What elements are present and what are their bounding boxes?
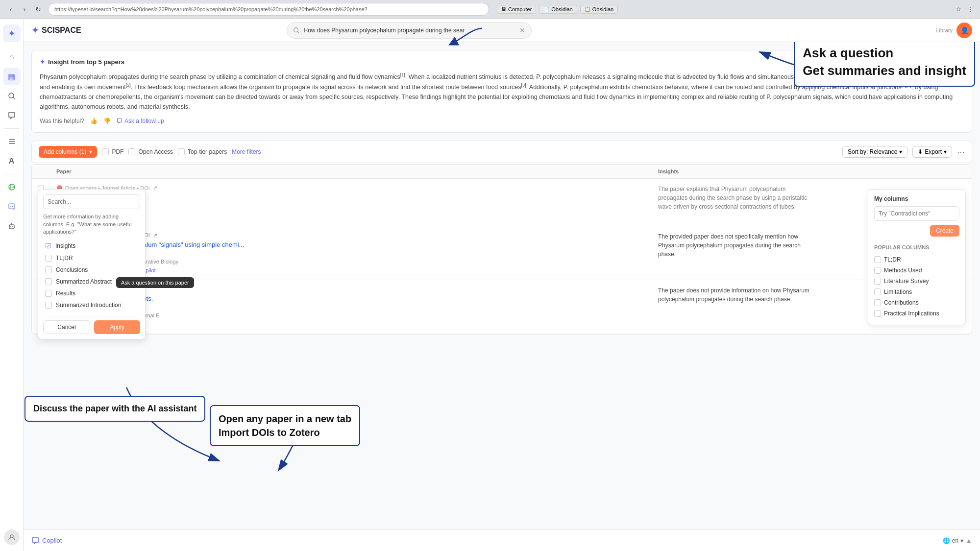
open-access-checkbox[interactable] (128, 148, 135, 155)
pdf-filter[interactable]: PDF (102, 148, 123, 155)
dropdown-summ-intro-label: Summarized Introduction (56, 302, 121, 309)
col-practical-checkbox[interactable] (874, 310, 881, 317)
col-literature-checkbox[interactable] (874, 278, 881, 285)
col-contributions-label: Contributions (884, 299, 919, 306)
user-profile-icon[interactable]: 👤 (956, 23, 972, 38)
computer-tab-icon: 🖥 (501, 6, 506, 12)
insight-text-1: Physarum polycephalum propagates during … (40, 73, 400, 80)
dropdown-conclusions-label: Conclusions (56, 266, 88, 273)
row2-doi-link[interactable]: ↗ (153, 232, 157, 239)
add-columns-button[interactable]: Add columns (1) ▾ (39, 146, 97, 158)
export-button[interactable]: ⬇ Export ▾ (912, 146, 952, 158)
chat-small-icon (117, 118, 122, 124)
main-content: ✦ SCISPACE ✕ Library 👤 ✦ (24, 19, 980, 551)
lang-text: en (952, 537, 958, 544)
thumbs-down-button[interactable]: 👎 (103, 118, 111, 124)
open-paper-box: Open any paper in a new tab Import DOIs … (210, 405, 360, 446)
col-limitations-checkbox[interactable] (874, 288, 881, 295)
open-access-filter[interactable]: Open Access (128, 148, 173, 155)
sort-button[interactable]: Sort by: Relevance ▾ (842, 146, 907, 158)
ask-question-box: Ask a question Get summaries and insight (794, 42, 975, 87)
popular-col-literature[interactable]: Literature Survey (874, 276, 959, 287)
lang-button[interactable]: 🌐 en ▾ (943, 537, 963, 544)
pdf-checkbox[interactable] (102, 148, 109, 155)
logo-text: SCISPACE (42, 26, 81, 35)
summ-intro-checkbox[interactable] (45, 302, 52, 309)
sidebar-item-chat[interactable] (3, 107, 21, 124)
user-avatar[interactable] (4, 529, 20, 545)
sidebar-item-discord[interactable] (3, 198, 21, 216)
row2-insight: The provided paper does not specifically… (658, 232, 815, 259)
dropdown-item-conclusions[interactable]: Conclusions (43, 264, 140, 276)
star-button[interactable]: ☆ (954, 4, 963, 14)
reload-button[interactable]: ↻ (32, 3, 44, 15)
dropdown-item-results[interactable]: Results (43, 287, 140, 299)
url-text: https://typeset.io/search?q=How%20does%2… (54, 6, 368, 12)
scroll-top-button[interactable]: ▲ (965, 537, 972, 545)
dropdown-search-input[interactable] (43, 194, 140, 209)
create-column-button[interactable]: Create (930, 225, 959, 237)
apply-button[interactable]: Apply (94, 320, 140, 334)
popular-col-limitations[interactable]: Limitations (874, 287, 959, 297)
sidebar-item-search[interactable] (3, 87, 21, 105)
table-more-button[interactable]: ⋯ (957, 147, 965, 157)
row3-title[interactable]: Routing Physarum with repellents. (56, 294, 654, 303)
row2-actions: 7 Citations PDF 🔖 " Ask Copilot Ask a qu… (56, 267, 654, 274)
sidebar-item-grid[interactable]: ▦ (3, 68, 21, 85)
popular-col-tldr[interactable]: TL;DR (874, 254, 959, 265)
more-filters-button[interactable]: More filters (232, 148, 261, 155)
sidebar-item-globe[interactable] (3, 178, 21, 196)
discuss-paper-text: Discuss the paper with the AI assistant (33, 404, 196, 413)
ask-question-tooltip: Ask a question on this paper (116, 277, 194, 288)
summ-abstract-checkbox[interactable] (45, 278, 52, 285)
copilot-button[interactable]: Copilot (31, 537, 62, 545)
dropdown-item-tldr[interactable]: TL;DR (43, 252, 140, 264)
search-clear-button[interactable]: ✕ (519, 26, 525, 34)
sidebar-divider-2 (4, 174, 19, 174)
top-tier-checkbox[interactable] (178, 148, 185, 155)
row2-meta: 🔴 Open access • Journal Article • DOI ↗ (56, 232, 654, 239)
popular-col-contributions[interactable]: Contributions (874, 297, 959, 308)
browser-tab-computer[interactable]: 🖥 Computer (497, 5, 536, 14)
content-area: ✦ Insight from top 5 papers English (o..… (24, 42, 980, 529)
popular-col-methods[interactable]: Methods Used (874, 265, 959, 276)
discuss-paper-box: Discuss the paper with the AI assistant (24, 396, 205, 422)
export-label: Export (925, 148, 942, 155)
browser-tab-obsidian1[interactable]: 📄 Obsidian (539, 5, 577, 14)
sidebar-item-robot[interactable] (3, 217, 21, 235)
popular-col-practical[interactable]: Practical Implications (874, 308, 959, 319)
address-bar[interactable]: https://typeset.io/search?q=How%20does%2… (48, 3, 489, 16)
col-methods-checkbox[interactable] (874, 267, 881, 274)
forward-button[interactable]: › (19, 3, 30, 15)
top-tier-filter[interactable]: Top-tier papers (178, 148, 227, 155)
row1-title[interactable]: Physarum polycephalum (56, 193, 654, 202)
app-container: ✦ ⌂ ▦ A ✦ (0, 19, 980, 551)
col-contributions-checkbox[interactable] (874, 299, 881, 306)
sidebar-item-home[interactable]: ⌂ (3, 48, 21, 66)
row2-title[interactable]: Routing of Physarum polycephalum "signal… (56, 240, 654, 249)
row1-doi-link[interactable]: ↗ (153, 185, 157, 191)
sidebar-item-text[interactable]: A (3, 152, 21, 170)
browser-tab-obsidian2[interactable]: 📋 Obsidian (580, 5, 618, 14)
row1-meta: 🔴 Open access • Journal Article • DOI ↗ (56, 185, 654, 191)
follow-up-label: Ask a follow up (124, 118, 164, 124)
cancel-button[interactable]: Cancel (43, 320, 90, 334)
my-columns-input[interactable] (874, 206, 959, 221)
sidebar-item-list[interactable] (3, 133, 21, 150)
row2-date: 03 Apr 2014 • Communicative & Integrativ… (56, 259, 654, 264)
tldr-checkbox[interactable] (45, 255, 52, 262)
ask-question-line2: Get summaries and insight (803, 62, 966, 79)
thumbs-up-button[interactable]: 👍 (90, 118, 98, 124)
dropdown-item-summarized-intro[interactable]: Summarized Introduction (43, 299, 140, 311)
results-checkbox[interactable] (45, 290, 52, 297)
search-input[interactable] (304, 27, 515, 34)
back-button[interactable]: ‹ (5, 3, 17, 15)
svg-point-13 (10, 535, 13, 538)
tooltip-text: Ask a question on this paper (121, 280, 189, 286)
conclusions-checkbox[interactable] (45, 266, 52, 273)
dropdown-item-insights[interactable]: ☑ Insights (43, 240, 140, 252)
follow-up-button[interactable]: Ask a follow up (117, 118, 164, 124)
more-options-button[interactable]: ⋮ (965, 4, 975, 14)
svg-point-9 (10, 226, 11, 227)
col-tldr-checkbox[interactable] (874, 256, 881, 263)
